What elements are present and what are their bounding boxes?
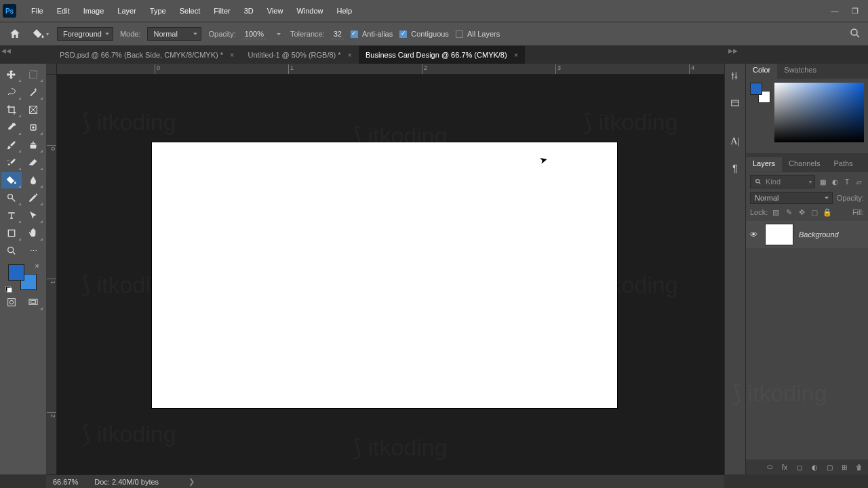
more-tools-icon[interactable]: ⋯ [23, 243, 43, 259]
tab-color[interactable]: Color [746, 64, 777, 79]
visibility-icon[interactable]: 👁 [750, 230, 760, 239]
frame-tool-icon[interactable] [23, 102, 43, 118]
horizontal-ruler[interactable]: 0 1 2 3 4 [57, 64, 724, 75]
tab-channels[interactable]: Channels [782, 157, 827, 172]
collapse-right-icon[interactable]: ▶▶ [728, 47, 738, 54]
all-layers-checkbox[interactable]: All Layers [456, 30, 500, 38]
adjustment-layer-icon[interactable]: ◐ [810, 462, 819, 472]
filter-pixel-icon[interactable]: ▦ [818, 177, 827, 186]
filter-shape-icon[interactable]: ▱ [854, 177, 864, 186]
close-icon[interactable]: × [230, 51, 234, 59]
tab-paths[interactable]: Paths [827, 157, 860, 172]
layer-mask-icon[interactable]: ◻ [795, 462, 804, 472]
group-icon[interactable]: ▢ [825, 462, 834, 472]
layer-item[interactable]: 👁 Background [746, 221, 868, 248]
search-icon[interactable] [849, 27, 863, 41]
antialias-checkbox[interactable]: Anti-alias [351, 30, 393, 38]
libraries-panel-icon[interactable] [727, 95, 743, 111]
foreground-color-swatch[interactable] [8, 264, 24, 281]
layer-fx-icon[interactable]: fx [780, 462, 789, 472]
canvas[interactable] [152, 142, 617, 408]
layer-name[interactable]: Background [799, 230, 839, 239]
quick-mask-icon[interactable] [1, 294, 22, 310]
paint-bucket-icon[interactable]: ▾ [31, 24, 50, 43]
menu-file[interactable]: File [24, 4, 50, 18]
lock-pixels-icon[interactable]: ✎ [784, 207, 793, 217]
blend-mode-dropdown[interactable]: Normal [147, 27, 201, 41]
zoom-level[interactable]: 66.67% [53, 478, 78, 486]
paint-bucket-tool-icon[interactable] [1, 172, 22, 188]
adjustments-panel-icon[interactable] [727, 68, 743, 84]
close-icon[interactable]: × [514, 51, 518, 59]
dodge-tool-icon[interactable] [1, 190, 22, 206]
lock-transparency-icon[interactable]: ▨ [771, 207, 781, 217]
saturation-brightness-field[interactable] [774, 83, 864, 142]
lock-position-icon[interactable]: ✥ [797, 207, 806, 217]
status-expand-icon[interactable]: ❯ [189, 477, 195, 486]
tab-swatches[interactable]: Swatches [777, 64, 823, 79]
filter-type-icon[interactable]: T [842, 177, 852, 186]
lock-all-icon[interactable]: 🔒 [823, 207, 832, 217]
rectangle-tool-icon[interactable] [1, 225, 22, 241]
menu-image[interactable]: Image [77, 4, 111, 18]
clone-stamp-tool-icon[interactable] [23, 137, 43, 153]
menu-help[interactable]: Help [330, 4, 359, 18]
collapse-left-icon[interactable]: ◀◀ [1, 47, 11, 54]
swap-colors-icon[interactable]: ⤭ [35, 263, 39, 269]
doc-tab-3[interactable]: Business Card Design @ 66.7% (CMYK/8) × [359, 46, 525, 64]
document-viewport[interactable]: ➤ [57, 75, 724, 474]
fg-mini-swatch[interactable] [750, 83, 762, 95]
path-selection-tool-icon[interactable] [23, 207, 43, 224]
color-swatches[interactable]: ⤭ [1, 263, 45, 293]
menu-layer[interactable]: Layer [111, 4, 143, 18]
vertical-ruler[interactable]: 0 1 2 [46, 75, 57, 474]
menu-select[interactable]: Select [173, 4, 208, 18]
minimize-icon[interactable]: — [830, 6, 840, 16]
doc-tab-2[interactable]: Untitled-1 @ 50% (RGB/8) * × [241, 46, 359, 64]
menu-window[interactable]: Window [290, 4, 330, 18]
eraser-tool-icon[interactable] [23, 155, 43, 171]
menu-type[interactable]: Type [143, 4, 173, 18]
paragraph-panel-icon[interactable]: ¶ [727, 160, 743, 176]
new-layer-icon[interactable]: ⊞ [840, 462, 849, 472]
menu-edit[interactable]: Edit [50, 4, 77, 18]
layer-filter-kind[interactable]: Kind ▾ [750, 175, 815, 188]
close-icon[interactable]: × [348, 51, 352, 59]
blur-tool-icon[interactable] [23, 172, 43, 188]
doc-tab-1[interactable]: PSD.psd @ 66.7% (Back Side, CMYK/8/CMYK)… [53, 46, 241, 64]
fill-source-dropdown[interactable]: Foreground [57, 27, 113, 41]
menu-filter[interactable]: Filter [207, 4, 237, 18]
lasso-tool-icon[interactable] [1, 84, 22, 100]
layer-blend-mode-dropdown[interactable]: Normal [750, 192, 833, 204]
move-tool-icon[interactable] [1, 66, 22, 83]
opacity-value[interactable]: 100% [243, 29, 266, 39]
zoom-tool-icon[interactable] [1, 243, 22, 259]
doc-info[interactable]: Doc: 2.40M/0 bytes [94, 478, 159, 486]
tolerance-value[interactable]: 32 [332, 29, 344, 39]
history-brush-tool-icon[interactable] [1, 155, 22, 171]
menu-3d[interactable]: 3D [237, 4, 260, 18]
link-layers-icon[interactable]: ⬭ [765, 462, 774, 472]
contiguous-checkbox[interactable]: Contiguous [399, 30, 449, 38]
hand-tool-icon[interactable] [23, 225, 43, 241]
lock-artboard-icon[interactable]: ▢ [810, 207, 819, 217]
brush-tool-icon[interactable] [1, 137, 22, 153]
opacity-dropdown-icon[interactable] [274, 29, 283, 39]
magic-wand-tool-icon[interactable] [23, 84, 43, 100]
maximize-icon[interactable]: ❐ [850, 6, 860, 16]
home-icon[interactable] [5, 24, 24, 43]
delete-layer-icon[interactable]: 🗑 [854, 462, 864, 472]
filter-adjust-icon[interactable]: ◐ [830, 177, 840, 186]
pen-tool-icon[interactable] [23, 190, 43, 206]
layer-thumbnail[interactable] [765, 224, 793, 245]
healing-brush-tool-icon[interactable] [23, 119, 43, 136]
marquee-tool-icon[interactable] [23, 66, 43, 83]
color-mini-swatches[interactable] [750, 83, 770, 103]
crop-tool-icon[interactable] [1, 102, 22, 118]
character-panel-icon[interactable]: A| [727, 133, 743, 149]
menu-view[interactable]: View [260, 4, 290, 18]
eyedropper-tool-icon[interactable] [1, 119, 22, 136]
ruler-origin[interactable] [46, 64, 57, 75]
screen-mode-icon[interactable] [23, 294, 43, 310]
default-colors-icon[interactable] [5, 286, 12, 293]
